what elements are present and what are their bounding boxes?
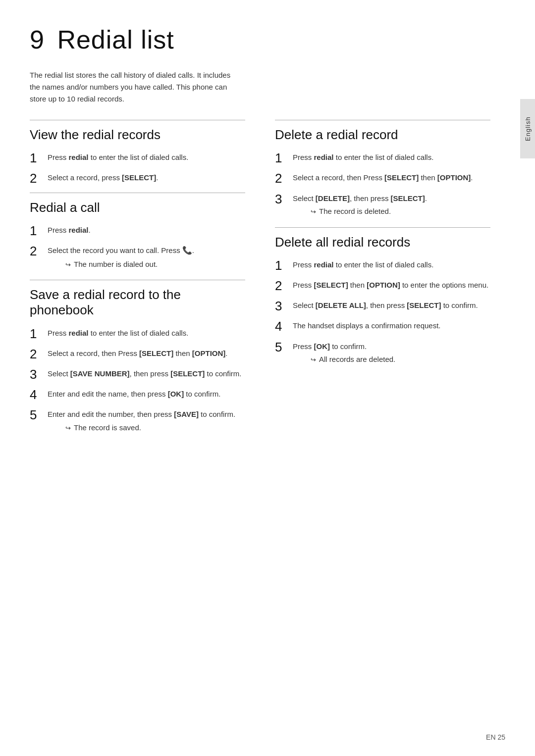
step-item: 2 Select a record, then Press [SELECT] t… bbox=[275, 172, 490, 186]
step-number: 3 bbox=[30, 367, 48, 382]
delete-redial-steps: 1 Press redial to enter the list of dial… bbox=[275, 151, 490, 221]
step-item: 1 Press redial. bbox=[30, 224, 245, 239]
step-text: Select a record, then Press [SELECT] the… bbox=[48, 348, 245, 359]
step-item: 3 Select [SAVE NUMBER], then press [SELE… bbox=[30, 368, 245, 382]
step-number: 1 bbox=[30, 326, 48, 342]
language-tab: English bbox=[520, 99, 535, 158]
step-text: Select a record, then Press [SELECT] the… bbox=[293, 172, 490, 183]
section-title-save: Save a redial record to the phonebook bbox=[30, 287, 245, 318]
step-text: Press redial to enter the list of dialed… bbox=[48, 151, 245, 163]
step-text: Press redial. bbox=[48, 224, 245, 236]
step-number: 4 bbox=[275, 319, 293, 334]
step-item: 4 The handset displays a confirmation re… bbox=[275, 320, 490, 334]
step-number: 4 bbox=[30, 387, 48, 403]
step-number: 5 bbox=[275, 340, 293, 355]
page-footer: EN 25 bbox=[486, 733, 505, 741]
step-number: 2 bbox=[275, 171, 293, 186]
step-item: 5 Enter and edit the number, then press … bbox=[30, 408, 245, 437]
result-text: The record is deleted. bbox=[319, 206, 391, 217]
title-text: Redial list bbox=[57, 25, 174, 54]
step-text: Press redial to enter the list of dialed… bbox=[293, 151, 490, 163]
step-item: 3 Select [DELETE ALL], then press [SELEC… bbox=[275, 300, 490, 314]
step-text: Press redial to enter the list of dialed… bbox=[48, 327, 245, 339]
step-text: Select the record you want to call. Pres… bbox=[48, 246, 194, 254]
result-arrow: ↪ bbox=[311, 207, 316, 217]
section-save-redial: Save a redial record to the phonebook 1 … bbox=[30, 280, 245, 437]
save-redial-steps: 1 Press redial to enter the list of dial… bbox=[30, 327, 245, 438]
section-title-delete: Delete a redial record bbox=[275, 127, 490, 143]
step-item: 2 Select a record, then Press [SELECT] t… bbox=[30, 348, 245, 362]
section-divider bbox=[275, 120, 490, 120]
page-title: 9 Redial list bbox=[30, 25, 490, 54]
step-text: Select [DELETE], then press [SELECT]. bbox=[293, 194, 427, 202]
step-item: 1 Press redial to enter the list of dial… bbox=[30, 151, 245, 166]
section-view-redial: View the redial records 1 Press redial t… bbox=[30, 120, 245, 187]
step-number: 1 bbox=[30, 223, 48, 239]
step-number: 3 bbox=[275, 299, 293, 314]
step-result: ↪ The record is deleted. bbox=[311, 206, 490, 217]
phone-icon: 📞 bbox=[182, 245, 192, 257]
chapter-number: 9 bbox=[30, 25, 45, 54]
step-item: 4 Enter and edit the name, then press [O… bbox=[30, 388, 245, 403]
step-number: 5 bbox=[30, 407, 48, 423]
step-item: 2 Select a record, press [SELECT]. bbox=[30, 172, 245, 186]
step-number: 2 bbox=[275, 278, 293, 294]
section-title-redial: Redial a call bbox=[30, 200, 245, 215]
step-number: 2 bbox=[30, 347, 48, 362]
step-result: ↪ All records are deleted. bbox=[311, 354, 490, 365]
step-text: Select a record, press [SELECT]. bbox=[48, 172, 245, 183]
section-divider bbox=[30, 280, 245, 280]
step-text: Enter and edit the name, then press [OK]… bbox=[48, 388, 245, 400]
section-title-delete-all: Delete all redial records bbox=[275, 235, 490, 250]
step-text: Enter and edit the number, then press [S… bbox=[48, 410, 235, 418]
step-number: 2 bbox=[30, 171, 48, 186]
result-arrow: ↪ bbox=[65, 423, 71, 433]
step-result: ↪ The number is dialed out. bbox=[65, 259, 245, 270]
step-text: The handset displays a confirmation requ… bbox=[293, 320, 490, 331]
redial-call-steps: 1 Press redial. 2 Select the record you … bbox=[30, 224, 245, 274]
step-text: Press redial to enter the list of dialed… bbox=[293, 259, 490, 270]
step-item: 2 Press [SELECT] then [OPTION] to enter … bbox=[275, 279, 490, 294]
step-item: 3 Select [DELETE], then press [SELECT]. … bbox=[275, 193, 490, 221]
language-label: English bbox=[524, 116, 532, 141]
section-redial-call: Redial a call 1 Press redial. 2 Select t… bbox=[30, 193, 245, 274]
step-item: 5 Press [OK] to confirm. ↪ All records a… bbox=[275, 341, 490, 369]
step-item: 1 Press redial to enter the list of dial… bbox=[275, 259, 490, 273]
step-number: 1 bbox=[275, 258, 293, 273]
step-result: ↪ The record is saved. bbox=[65, 422, 245, 434]
section-divider bbox=[275, 227, 490, 228]
page-number: EN 25 bbox=[486, 733, 505, 741]
section-divider bbox=[30, 120, 245, 120]
step-text: Select [SAVE NUMBER], then press [SELECT… bbox=[48, 368, 245, 379]
step-number: 1 bbox=[275, 151, 293, 166]
result-arrow: ↪ bbox=[311, 355, 316, 365]
step-text: Press [SELECT] then [OPTION] to enter th… bbox=[293, 279, 490, 291]
result-arrow: ↪ bbox=[65, 260, 71, 270]
view-redial-steps: 1 Press redial to enter the list of dial… bbox=[30, 151, 245, 186]
step-text: Select [DELETE ALL], then press [SELECT]… bbox=[293, 300, 490, 311]
result-text: The record is saved. bbox=[74, 422, 141, 434]
section-delete-all-redial: Delete all redial records 1 Press redial… bbox=[275, 227, 490, 369]
step-number: 2 bbox=[30, 244, 48, 259]
result-text: The number is dialed out. bbox=[74, 259, 158, 270]
step-item: 1 Press redial to enter the list of dial… bbox=[30, 327, 245, 342]
delete-all-steps: 1 Press redial to enter the list of dial… bbox=[275, 259, 490, 369]
step-number: 3 bbox=[275, 192, 293, 207]
intro-paragraph: The redial list stores the call history … bbox=[30, 69, 238, 105]
section-delete-redial: Delete a redial record 1 Press redial to… bbox=[275, 120, 490, 221]
step-item: 1 Press redial to enter the list of dial… bbox=[275, 151, 490, 166]
step-number: 1 bbox=[30, 151, 48, 166]
step-item: 2 Select the record you want to call. Pr… bbox=[30, 245, 245, 274]
step-text: Press [OK] to confirm. bbox=[293, 342, 367, 351]
section-divider bbox=[30, 193, 245, 193]
section-title-view: View the redial records bbox=[30, 127, 245, 143]
result-text: All records are deleted. bbox=[319, 354, 395, 365]
